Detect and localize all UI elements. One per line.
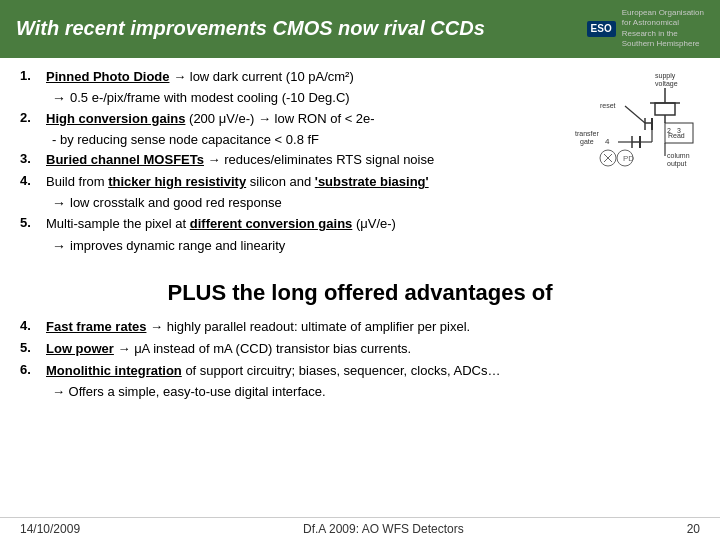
svg-text:reset: reset [600, 102, 616, 109]
arrow-icon: → [52, 238, 66, 254]
left-column: 1. Pinned Photo Diode → low dark current… [20, 68, 560, 258]
svg-text:voltage: voltage [655, 80, 678, 88]
bold-underline-text: High conversion gains [46, 111, 185, 126]
svg-text:4: 4 [605, 137, 610, 146]
sub-item: - by reducing sense node capacitance < 0… [52, 132, 560, 147]
list-number: 6. [20, 362, 38, 377]
list-item: 2. High conversion gains (200 μV/e-) → l… [20, 110, 560, 128]
logo-area: ESO European Organisation for Astronomic… [587, 8, 704, 50]
bottom-list: 4. Fast frame rates → highly parallel re… [0, 318, 720, 400]
list-text: Fast frame rates → highly parallel reado… [46, 318, 700, 336]
list-text: Build from thicker high resistivity sili… [46, 173, 560, 191]
arrow-icon: → [52, 90, 66, 106]
arrow-line: → low crosstalk and good red response [52, 195, 560, 211]
list-text: High conversion gains (200 μV/e-) → low … [46, 110, 560, 128]
eso-description: European Organisation for Astronomical R… [622, 8, 704, 50]
header: With recent improvements CMOS now rival … [0, 0, 720, 58]
svg-text:3: 3 [677, 127, 681, 134]
footer: 14/10/2009 Df.A 2009: AO WFS Detectors 2… [0, 517, 720, 540]
list-item: 1. Pinned Photo Diode → low dark current… [20, 68, 560, 86]
eso-badge: ESO [587, 21, 616, 37]
page-title: With recent improvements CMOS now rival … [16, 17, 485, 40]
bottom-list-item: 6. Monolithic integration of support cir… [20, 362, 700, 380]
circuit-diagram-area: supply voltage reset transfer gate 4 [570, 68, 700, 258]
list-text: Monolithic integration of support circui… [46, 362, 700, 380]
monolithic-label: Monolithic integration [46, 363, 182, 378]
sub-text: - by reducing sense node capacitance < 0… [52, 132, 319, 147]
footer-page: 20 [687, 522, 700, 536]
list-text: Multi-sample the pixel at different conv… [46, 215, 560, 233]
list-number: 2. [20, 110, 38, 125]
bottom-list-item: 4. Fast frame rates → highly parallel re… [20, 318, 700, 336]
arrow-line: → improves dynamic range and linearity [52, 238, 560, 254]
svg-text:column: column [667, 152, 690, 159]
list-text: Pinned Photo Diode → low dark current (1… [46, 68, 560, 86]
bold-underline-text: Pinned Photo Diode [46, 69, 170, 84]
list-item: 3. Buried channel MOSFETs → reduces/elim… [20, 151, 560, 169]
arrow-text: improves dynamic range and linearity [70, 238, 285, 253]
arrow-text: low crosstalk and good red response [70, 195, 282, 210]
low-power-label: Low power [46, 341, 114, 356]
item-text: of support circuitry; biases, sequencer,… [185, 363, 500, 378]
bottom-list-item: 5. Low power → μA instead of mA (CCD) tr… [20, 340, 700, 358]
list-item: 4. Build from thicker high resistivity s… [20, 173, 560, 191]
list-number: 3. [20, 151, 38, 166]
svg-text:supply: supply [655, 72, 676, 80]
list-number: 4. [20, 173, 38, 188]
fast-frame-rates-label: Fast frame rates [46, 319, 146, 334]
circuit-svg: supply voltage reset transfer gate 4 [570, 68, 700, 178]
bold-underline-text: thicker high resistivity [108, 174, 246, 189]
arrow-icon: → [52, 195, 66, 211]
item-text: → μA instead of mA (CCD) transistor bias… [118, 341, 412, 356]
svg-text:gate: gate [580, 138, 594, 146]
svg-line-7 [625, 106, 645, 123]
svg-text:output: output [667, 160, 687, 168]
bold-underline-text: different conversion gains [190, 216, 353, 231]
bold-underline-text: Buried channel MOSFETs [46, 152, 204, 167]
svg-text:2: 2 [667, 127, 671, 134]
list-number: 1. [20, 68, 38, 83]
arrow-line: → Offers a simple, easy-to-use digital i… [52, 384, 700, 399]
list-number: 5. [20, 215, 38, 230]
footer-date: 14/10/2009 [20, 522, 80, 536]
svg-text:PD: PD [623, 154, 634, 163]
item-text: → low dark current (10 pA/cm²) [173, 69, 354, 84]
list-text: Low power → μA instead of mA (CCD) trans… [46, 340, 700, 358]
bold-underline-text: 'substrate biasing' [315, 174, 429, 189]
svg-rect-4 [655, 103, 675, 115]
footer-center: Df.A 2009: AO WFS Detectors [303, 522, 464, 536]
list-number: 4. [20, 318, 38, 333]
list-number: 5. [20, 340, 38, 355]
list-text: Buried channel MOSFETs → reduces/elimina… [46, 151, 560, 169]
plus-section: PLUS the long offered advantages of [0, 276, 720, 310]
list-item: 5. Multi-sample the pixel at different c… [20, 215, 560, 233]
item-text: → reduces/eliminates RTS signal noise [208, 152, 435, 167]
arrow-text: 0.5 e-/pix/frame with modest cooling (-1… [70, 90, 350, 105]
item-text: → highly parallel readout: ultimate of a… [150, 319, 470, 334]
arrow-line: → 0.5 e-/pix/frame with modest cooling (… [52, 90, 560, 106]
arrow-text: → Offers a simple, easy-to-use digital i… [52, 384, 326, 399]
item-text: (200 μV/e-) → low RON of < 2e- [189, 111, 375, 126]
svg-text:transfer: transfer [575, 130, 599, 137]
main-content: 1. Pinned Photo Diode → low dark current… [0, 58, 720, 266]
